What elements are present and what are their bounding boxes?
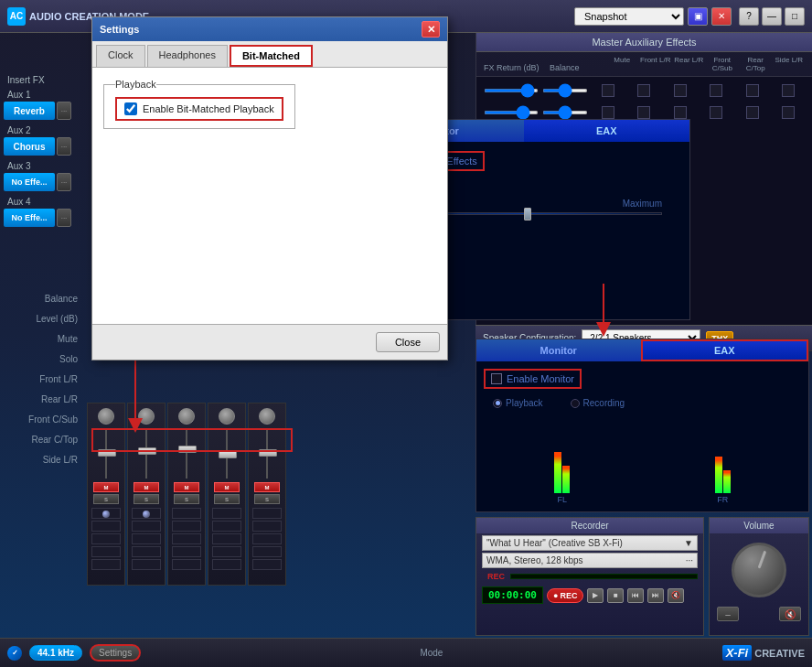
assign-rear-c-4[interactable] xyxy=(212,546,241,557)
assign-rear-3[interactable] xyxy=(172,521,201,532)
fx-return-slider-1[interactable] xyxy=(484,89,539,92)
sample-rate-btn[interactable]: 44.1 kHz xyxy=(29,645,82,661)
aux3-effect-btn[interactable]: No Effe... xyxy=(4,173,55,191)
fader-4[interactable] xyxy=(219,451,237,458)
playback-radio-dot[interactable] xyxy=(493,399,502,408)
solo-btn-5[interactable]: S xyxy=(254,494,280,504)
fader-5[interactable] xyxy=(259,449,277,457)
pan-knob-2[interactable] xyxy=(138,408,155,425)
solo-btn-2[interactable]: S xyxy=(134,494,159,504)
maximize-btn[interactable]: □ xyxy=(785,7,805,26)
pan-knob-4[interactable] xyxy=(219,408,235,425)
recorder-source-select[interactable]: "What U Hear" (Creative SB X-Fi) ▼ xyxy=(482,535,698,551)
clock-tab[interactable]: Clock xyxy=(96,45,145,67)
fader-3[interactable] xyxy=(178,446,197,453)
recording-radio[interactable]: Recording xyxy=(571,398,625,408)
assign-front-c-4[interactable] xyxy=(212,533,241,544)
frontsub-check-1[interactable] xyxy=(710,84,722,97)
aux2-dots[interactable]: ··· xyxy=(57,137,71,156)
pan-knob-3[interactable] xyxy=(178,408,195,425)
mute-check-2[interactable] xyxy=(602,106,614,119)
assign-rear-4[interactable] xyxy=(212,521,241,532)
assign-rear-c-1[interactable] xyxy=(91,546,121,557)
frontlr-check-2[interactable] xyxy=(637,106,650,119)
assign-front-4[interactable] xyxy=(212,508,241,519)
volume-mute-btn[interactable]: 🔇 xyxy=(779,607,801,621)
assign-front-2[interactable] xyxy=(132,508,161,519)
assign-rear-2[interactable] xyxy=(132,521,161,532)
upper-eax-tab[interactable]: EAX xyxy=(524,120,690,142)
frontsub-check-2[interactable] xyxy=(710,106,722,119)
balance-slider-2[interactable] xyxy=(542,111,588,114)
side-check-1[interactable] xyxy=(782,84,795,97)
aux4-effect-btn[interactable]: No Effe... xyxy=(4,209,55,227)
minimize-btn[interactable]: — xyxy=(762,7,782,26)
eax-slider-thumb[interactable] xyxy=(524,208,531,221)
rearlr-check-2[interactable] xyxy=(674,106,687,119)
aux2-effect-btn[interactable]: Chorus xyxy=(4,137,55,156)
assign-front-1[interactable] xyxy=(91,508,121,519)
mute-btn-5[interactable]: M xyxy=(254,482,280,492)
mute-btn-4[interactable]: M xyxy=(214,482,240,492)
assign-side-1[interactable] xyxy=(91,559,121,570)
reartop-check-1[interactable] xyxy=(746,84,759,97)
assign-side-3[interactable] xyxy=(172,559,201,570)
headphones-tab[interactable]: Headphones xyxy=(147,45,228,67)
enable-bitmatch-checkbox[interactable] xyxy=(124,102,137,115)
solo-btn-4[interactable]: S xyxy=(214,494,240,504)
volume-knob[interactable] xyxy=(732,543,786,597)
recorder-format-select[interactable]: WMA, Stereo, 128 kbps ··· xyxy=(482,553,698,568)
assign-front-5[interactable] xyxy=(252,508,282,519)
assign-rear-c-2[interactable] xyxy=(132,546,161,557)
balance-slider-1[interactable] xyxy=(542,89,588,92)
assign-rear-c-3[interactable] xyxy=(172,546,201,557)
assign-rear-1[interactable] xyxy=(91,521,121,532)
fader-2[interactable] xyxy=(138,447,156,455)
play-btn[interactable]: ▶ xyxy=(587,588,604,603)
playback-radio[interactable]: Playback xyxy=(493,398,543,408)
frontlr-check-1[interactable] xyxy=(637,84,650,97)
assign-front-c-3[interactable] xyxy=(172,533,201,544)
assign-rear-5[interactable] xyxy=(252,521,282,532)
fx-return-slider-2[interactable] xyxy=(484,111,539,114)
aux1-dots[interactable]: ··· xyxy=(57,102,71,120)
prev-btn[interactable]: ⏮ xyxy=(627,588,644,603)
lower-eax-tab[interactable]: EAX xyxy=(641,339,809,361)
solo-btn-3[interactable]: S xyxy=(174,494,199,504)
bit-matched-tab[interactable]: Bit-Matched xyxy=(230,45,313,67)
snapshot-select[interactable]: Snapshot xyxy=(574,7,684,26)
pan-knob-5[interactable] xyxy=(259,408,275,425)
mute-btn-3[interactable]: M xyxy=(174,482,199,492)
next-btn[interactable]: ⏭ xyxy=(647,588,664,603)
assign-front-c-1[interactable] xyxy=(91,533,121,544)
mute-check-1[interactable] xyxy=(602,84,614,97)
dialog-close-btn-footer[interactable]: Close xyxy=(376,332,440,352)
help-btn[interactable]: ? xyxy=(739,7,759,26)
monitor-btn[interactable]: ▣ xyxy=(688,7,708,26)
assign-side-2[interactable] xyxy=(132,559,161,570)
solo-btn-1[interactable]: S xyxy=(93,494,119,504)
lower-monitor-tab[interactable]: Monitor xyxy=(476,339,641,361)
stop-btn[interactable]: ■ xyxy=(607,588,624,603)
settings-btn[interactable]: Settings xyxy=(90,644,141,662)
assign-front-c-2[interactable] xyxy=(132,533,161,544)
fader-1[interactable] xyxy=(98,449,116,457)
dialog-close-btn[interactable]: ✕ xyxy=(422,21,440,38)
assign-side-4[interactable] xyxy=(212,559,241,570)
aux3-dots[interactable]: ··· xyxy=(57,173,71,191)
side-check-2[interactable] xyxy=(782,106,795,119)
volume-minus-btn[interactable]: – xyxy=(717,607,739,621)
aux1-effect-btn[interactable]: Reverb xyxy=(4,102,55,120)
aux4-dots[interactable]: ··· xyxy=(57,209,71,227)
reartop-check-2[interactable] xyxy=(746,106,759,119)
rearlr-check-1[interactable] xyxy=(674,84,687,97)
assign-side-5[interactable] xyxy=(252,559,282,570)
mute-btn-1[interactable]: M xyxy=(93,482,119,492)
mute-icon[interactable]: 🔇 xyxy=(668,588,684,603)
assign-front-3[interactable] xyxy=(172,508,201,519)
assign-rear-c-5[interactable] xyxy=(252,546,282,557)
recording-radio-dot[interactable] xyxy=(571,399,580,408)
close-snapshot-btn[interactable]: ✕ xyxy=(711,7,732,26)
enable-monitor-checkbox[interactable] xyxy=(491,373,502,384)
rec-button[interactable]: ● REC xyxy=(547,588,583,603)
